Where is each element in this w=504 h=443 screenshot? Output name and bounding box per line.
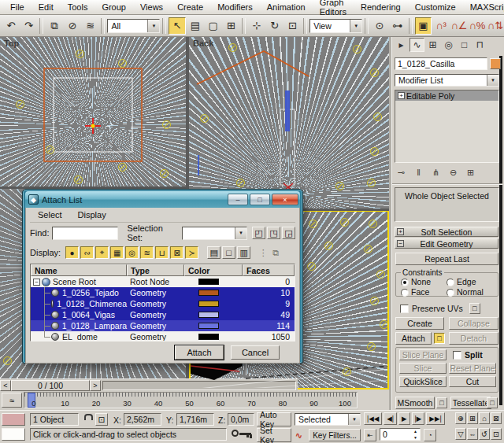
menu-modifiers[interactable]: Modifiers [210,1,260,13]
table-row[interactable]: 1_0128_LamparaGeometry114 [31,320,295,331]
undo-icon[interactable]: ↶ [2,17,20,35]
menu-file[interactable]: File [3,1,32,13]
time-slider-handle[interactable]: 0 / 100 [11,380,90,391]
select-and-uniform-scale-icon[interactable]: ⊡ [284,17,302,35]
unlink-selection-icon[interactable]: ⊘ [64,17,81,35]
table-row[interactable]: 1_0128_ChimeneaGeometry9 [31,298,295,309]
select-and-rotate-icon[interactable]: ↻ [266,17,284,35]
go-to-start-small-button[interactable]: ⇤ [364,429,376,441]
display-none-icon[interactable]: □ [222,246,235,259]
display-geometry-icon[interactable]: ● [65,246,79,259]
object-color-swatch[interactable] [490,58,501,69]
viewport-top[interactable]: Top [0,37,186,186]
modifier-stack-item[interactable]: +Editable Poly [395,90,498,101]
x-coordinate-field[interactable]: 2,562m [124,413,161,426]
create-button[interactable]: Create [395,317,444,330]
auto-key-button[interactable]: Auto Key [257,412,291,426]
snaps-toggle-icon[interactable]: ▣ [415,17,432,35]
select-and-move-icon[interactable]: ⊹ [248,17,265,35]
menu-views[interactable]: Views [133,1,170,13]
rollout-soft-selection[interactable]: + Soft Selection [395,227,498,237]
display-invert-icon[interactable]: ▥ [237,246,250,259]
window-crossing-toggle-icon[interactable]: ⊞ [223,17,240,35]
rectangular-selection-region-icon[interactable]: ▢ [205,17,222,35]
column-header-faces[interactable]: Faces [243,264,295,276]
slice-plane-button[interactable]: Slice Plane [399,349,447,360]
table-row[interactable]: EL_domeGeometry1050 [31,331,295,341]
previous-frame-button[interactable]: ◀| [384,412,397,425]
zoom-icon[interactable]: ⊕ [455,412,466,424]
slice-button[interactable]: Slice [399,363,447,374]
motion-tab[interactable]: ◎ [441,38,456,52]
constraint-none[interactable]: None [401,277,447,287]
quickslice-button[interactable]: QuickSlice [399,376,447,387]
select-and-manipulate-icon[interactable]: ⊶ [389,17,406,35]
cut-button[interactable]: Cut [449,376,496,387]
select-object-icon[interactable]: ↖ [169,17,186,35]
hierarchy-tab[interactable]: ⊞ [425,38,440,52]
keyboard-shortcut-override-icon[interactable] [232,428,252,439]
dialog-titlebar[interactable]: ◆ Attach List – □ × [25,191,300,208]
selection-set-dropdown[interactable]: ▼ [182,227,247,240]
display-helpers-icon[interactable]: ◎ [125,246,139,259]
spinner-snap-toggle-icon[interactable]: ∩⇅ [487,17,504,35]
z-coordinate-field[interactable]: 0,0m [228,413,254,426]
menu-animation[interactable]: Animation [260,1,313,13]
display-tab[interactable]: □ [457,38,472,52]
menu-rendering[interactable]: Rendering [354,1,408,13]
constraint-normal[interactable]: Normal [447,287,492,297]
make-unique-icon[interactable]: ⋔ [429,166,443,179]
chevron-down-icon[interactable]: ▼ [487,75,498,86]
modifier-list-dropdown[interactable]: Modifier List ▼ [395,74,499,87]
absolute-offset-toggle-icon[interactable]: ⊡ [95,413,108,426]
add-to-selection-set-icon[interactable]: ◳ [267,227,280,239]
key-filters-button[interactable]: Key Filters... [309,429,361,441]
zoom-all-icon[interactable]: ⊞ [467,412,478,424]
previous-frame-arrow[interactable]: < [0,380,11,391]
modify-tab[interactable]: ∿ [410,38,424,52]
next-frame-arrow[interactable]: > [90,380,101,391]
plus-icon[interactable]: + [398,92,405,99]
create-selection-set-icon[interactable]: ◰ [252,227,265,239]
panel-scrollbar[interactable] [499,56,502,405]
track-bar-ruler[interactable]: 0102030405060708090100 [24,392,358,408]
menu-create[interactable]: Create [170,1,210,13]
modifier-stack[interactable]: +Editable Poly [395,90,499,163]
display-space-warps-icon[interactable]: ≋ [140,246,154,259]
menu-edit[interactable]: Edit [32,1,61,13]
repeat-last-button[interactable]: Repeat Last [395,253,498,265]
minimize-button[interactable]: – [228,194,248,205]
msmooth-button[interactable]: MSmooth [395,397,435,409]
find-input[interactable] [52,227,117,240]
close-button[interactable]: × [272,194,298,205]
menu-maxscript[interactable]: MAXScript [463,1,504,13]
select-and-link-icon[interactable]: ⧉ [46,17,63,35]
go-to-end-button[interactable]: ▶▶| [426,412,444,425]
zoom-extents-icon[interactable]: ⌂ [479,412,490,424]
rollout-edit-geometry[interactable]: − Edit Geometry [395,238,498,249]
tessellate-settings-button[interactable]: □ [487,397,498,408]
percent-snap-toggle-icon[interactable]: ∩% [469,17,486,35]
maximize-viewport-icon[interactable]: ⊡ [491,428,502,440]
dialog-menu-display[interactable]: Display [70,209,114,221]
detach-button[interactable]: Detach [449,332,498,345]
tessellate-button[interactable]: Tessellate [450,397,491,409]
constraint-face[interactable]: Face [401,287,447,297]
maximize-button[interactable]: □ [250,194,270,205]
select-by-name-icon[interactable]: ▤ [187,17,204,35]
arc-rotate-icon[interactable]: ↺ [479,428,490,440]
bind-to-space-warp-icon[interactable]: ≋ [82,17,99,35]
constraint-edge[interactable]: Edge [447,277,492,287]
pin-stack-icon[interactable]: ⊸ [395,166,408,179]
collapse-icon[interactable]: − [33,279,40,286]
table-row[interactable]: −Scene RootRoot Node0 [31,276,295,287]
zoom-extents-all-icon[interactable]: ⊠ [491,412,502,424]
dialog-menu-select[interactable]: Select [30,209,70,221]
attach-list-settings-button[interactable]: □ [434,333,445,344]
current-frame-field[interactable]: 0 ▲▼ [380,428,421,441]
configure-modifier-sets-icon[interactable]: ⊞ [464,166,477,179]
chevron-down-icon[interactable]: ▼ [147,20,159,32]
reset-plane-button[interactable]: Reset Plane [449,363,496,374]
set-key-button[interactable]: Set Key [257,428,291,442]
snap-3-icon[interactable]: ∩³ [432,17,450,35]
